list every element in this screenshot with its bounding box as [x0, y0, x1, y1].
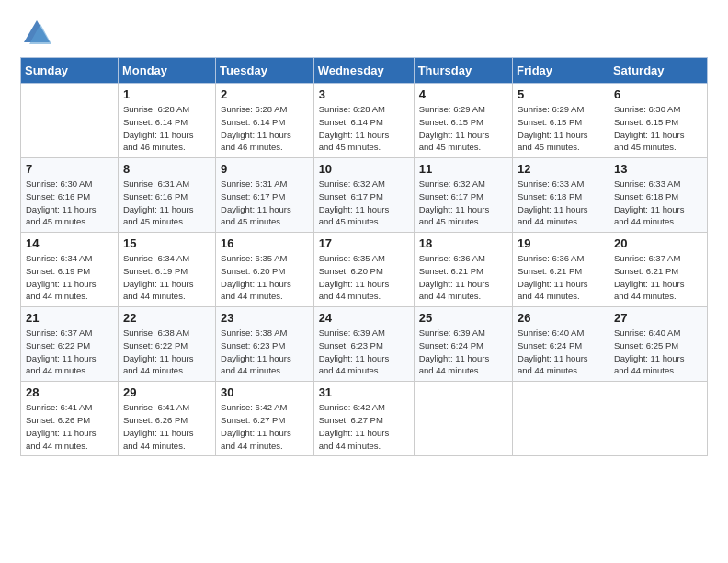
- calendar-cell: 10Sunrise: 6:32 AM Sunset: 6:17 PM Dayli…: [313, 158, 414, 233]
- day-info: Sunrise: 6:34 AM Sunset: 6:19 PM Dayligh…: [123, 252, 210, 303]
- weekday-header-saturday: Saturday: [609, 58, 707, 84]
- day-number: 17: [319, 236, 409, 250]
- day-info: Sunrise: 6:42 AM Sunset: 6:27 PM Dayligh…: [319, 401, 409, 452]
- week-row-4: 21Sunrise: 6:37 AM Sunset: 6:22 PM Dayli…: [21, 307, 708, 382]
- logo: [20, 17, 55, 50]
- calendar-cell: 20Sunrise: 6:37 AM Sunset: 6:21 PM Dayli…: [609, 233, 707, 307]
- day-info: Sunrise: 6:30 AM Sunset: 6:16 PM Dayligh…: [26, 178, 113, 228]
- calendar-cell: 12Sunrise: 6:33 AM Sunset: 6:18 PM Dayli…: [513, 158, 609, 233]
- page: SundayMondayTuesdayWednesdayThursdayFrid…: [0, 0, 728, 563]
- day-number: 19: [518, 236, 604, 250]
- day-number: 11: [419, 162, 507, 176]
- day-info: Sunrise: 6:39 AM Sunset: 6:23 PM Dayligh…: [319, 327, 409, 377]
- day-number: 30: [221, 385, 309, 399]
- weekday-header-friday: Friday: [513, 58, 609, 84]
- calendar-cell: 16Sunrise: 6:35 AM Sunset: 6:20 PM Dayli…: [216, 233, 314, 307]
- day-info: Sunrise: 6:31 AM Sunset: 6:16 PM Dayligh…: [123, 178, 210, 228]
- week-row-3: 14Sunrise: 6:34 AM Sunset: 6:19 PM Dayli…: [21, 233, 708, 307]
- calendar-cell: 27Sunrise: 6:40 AM Sunset: 6:25 PM Dayli…: [609, 307, 707, 382]
- day-number: 15: [123, 236, 210, 250]
- calendar-cell: 6Sunrise: 6:30 AM Sunset: 6:15 PM Daylig…: [609, 84, 707, 158]
- day-info: Sunrise: 6:28 AM Sunset: 6:14 PM Dayligh…: [221, 103, 309, 154]
- day-number: 20: [614, 236, 702, 250]
- day-number: 7: [26, 162, 113, 176]
- day-number: 6: [614, 87, 702, 101]
- calendar-cell: 23Sunrise: 6:38 AM Sunset: 6:23 PM Dayli…: [216, 307, 314, 382]
- weekday-header-wednesday: Wednesday: [313, 58, 414, 84]
- day-info: Sunrise: 6:31 AM Sunset: 6:17 PM Dayligh…: [221, 178, 309, 228]
- calendar-cell: 2Sunrise: 6:28 AM Sunset: 6:14 PM Daylig…: [216, 84, 314, 158]
- day-info: Sunrise: 6:40 AM Sunset: 6:25 PM Dayligh…: [614, 327, 702, 377]
- calendar-cell: 28Sunrise: 6:41 AM Sunset: 6:26 PM Dayli…: [21, 382, 119, 456]
- day-info: Sunrise: 6:42 AM Sunset: 6:27 PM Dayligh…: [221, 401, 309, 452]
- day-info: Sunrise: 6:28 AM Sunset: 6:14 PM Dayligh…: [319, 103, 409, 154]
- day-number: 21: [26, 311, 113, 325]
- day-number: 29: [123, 385, 210, 399]
- day-number: 12: [518, 162, 604, 176]
- day-info: Sunrise: 6:32 AM Sunset: 6:17 PM Dayligh…: [419, 178, 507, 228]
- weekday-header-thursday: Thursday: [414, 58, 512, 84]
- day-info: Sunrise: 6:39 AM Sunset: 6:24 PM Dayligh…: [419, 327, 507, 377]
- calendar-cell: 21Sunrise: 6:37 AM Sunset: 6:22 PM Dayli…: [21, 307, 119, 382]
- week-row-1: 1Sunrise: 6:28 AM Sunset: 6:14 PM Daylig…: [21, 84, 708, 158]
- day-info: Sunrise: 6:35 AM Sunset: 6:20 PM Dayligh…: [319, 252, 409, 303]
- day-number: 26: [518, 311, 604, 325]
- day-number: 2: [221, 87, 309, 101]
- weekday-header-tuesday: Tuesday: [216, 58, 314, 84]
- calendar-cell: 7Sunrise: 6:30 AM Sunset: 6:16 PM Daylig…: [21, 158, 119, 233]
- calendar-cell: 17Sunrise: 6:35 AM Sunset: 6:20 PM Dayli…: [313, 233, 414, 307]
- day-info: Sunrise: 6:35 AM Sunset: 6:20 PM Dayligh…: [221, 252, 309, 303]
- calendar-cell: 19Sunrise: 6:36 AM Sunset: 6:21 PM Dayli…: [513, 233, 609, 307]
- weekday-header-sunday: Sunday: [21, 58, 119, 84]
- day-number: 14: [26, 236, 113, 250]
- calendar-cell: 5Sunrise: 6:29 AM Sunset: 6:15 PM Daylig…: [513, 84, 609, 158]
- day-number: 25: [419, 311, 507, 325]
- day-number: 22: [123, 311, 210, 325]
- header: [20, 17, 708, 50]
- calendar-cell: 29Sunrise: 6:41 AM Sunset: 6:26 PM Dayli…: [118, 382, 215, 456]
- calendar-cell: 13Sunrise: 6:33 AM Sunset: 6:18 PM Dayli…: [609, 158, 707, 233]
- calendar-cell: [609, 382, 707, 456]
- day-number: 9: [221, 162, 309, 176]
- calendar-cell: 3Sunrise: 6:28 AM Sunset: 6:14 PM Daylig…: [313, 84, 414, 158]
- logo-icon: [20, 17, 53, 50]
- calendar-cell: 4Sunrise: 6:29 AM Sunset: 6:15 PM Daylig…: [414, 84, 512, 158]
- week-row-2: 7Sunrise: 6:30 AM Sunset: 6:16 PM Daylig…: [21, 158, 708, 233]
- calendar-cell: [414, 382, 512, 456]
- day-number: 1: [123, 87, 210, 101]
- day-info: Sunrise: 6:30 AM Sunset: 6:15 PM Dayligh…: [614, 103, 702, 154]
- calendar-cell: 22Sunrise: 6:38 AM Sunset: 6:22 PM Dayli…: [118, 307, 215, 382]
- day-number: 31: [319, 385, 409, 399]
- calendar-cell: [513, 382, 609, 456]
- calendar-cell: 25Sunrise: 6:39 AM Sunset: 6:24 PM Dayli…: [414, 307, 512, 382]
- day-info: Sunrise: 6:29 AM Sunset: 6:15 PM Dayligh…: [419, 103, 507, 154]
- weekday-header-monday: Monday: [118, 58, 215, 84]
- day-info: Sunrise: 6:41 AM Sunset: 6:26 PM Dayligh…: [123, 401, 210, 452]
- day-number: 24: [319, 311, 409, 325]
- day-info: Sunrise: 6:33 AM Sunset: 6:18 PM Dayligh…: [518, 178, 604, 228]
- day-info: Sunrise: 6:33 AM Sunset: 6:18 PM Dayligh…: [614, 178, 702, 228]
- calendar-cell: 9Sunrise: 6:31 AM Sunset: 6:17 PM Daylig…: [216, 158, 314, 233]
- day-info: Sunrise: 6:32 AM Sunset: 6:17 PM Dayligh…: [319, 178, 409, 228]
- day-number: 10: [319, 162, 409, 176]
- week-row-5: 28Sunrise: 6:41 AM Sunset: 6:26 PM Dayli…: [21, 382, 708, 456]
- day-number: 28: [26, 385, 113, 399]
- weekday-header-row: SundayMondayTuesdayWednesdayThursdayFrid…: [21, 58, 708, 84]
- calendar-cell: 8Sunrise: 6:31 AM Sunset: 6:16 PM Daylig…: [118, 158, 215, 233]
- day-info: Sunrise: 6:36 AM Sunset: 6:21 PM Dayligh…: [419, 252, 507, 303]
- day-number: 23: [221, 311, 309, 325]
- calendar-cell: 18Sunrise: 6:36 AM Sunset: 6:21 PM Dayli…: [414, 233, 512, 307]
- day-number: 13: [614, 162, 702, 176]
- calendar-cell: 24Sunrise: 6:39 AM Sunset: 6:23 PM Dayli…: [313, 307, 414, 382]
- day-info: Sunrise: 6:37 AM Sunset: 6:22 PM Dayligh…: [26, 327, 113, 377]
- day-info: Sunrise: 6:28 AM Sunset: 6:14 PM Dayligh…: [123, 103, 210, 154]
- day-info: Sunrise: 6:37 AM Sunset: 6:21 PM Dayligh…: [614, 252, 702, 303]
- day-info: Sunrise: 6:41 AM Sunset: 6:26 PM Dayligh…: [26, 401, 113, 452]
- day-info: Sunrise: 6:34 AM Sunset: 6:19 PM Dayligh…: [26, 252, 113, 303]
- day-info: Sunrise: 6:38 AM Sunset: 6:23 PM Dayligh…: [221, 327, 309, 377]
- day-info: Sunrise: 6:40 AM Sunset: 6:24 PM Dayligh…: [518, 327, 604, 377]
- day-number: 4: [419, 87, 507, 101]
- calendar-cell: 15Sunrise: 6:34 AM Sunset: 6:19 PM Dayli…: [118, 233, 215, 307]
- calendar-cell: 1Sunrise: 6:28 AM Sunset: 6:14 PM Daylig…: [118, 84, 215, 158]
- day-number: 18: [419, 236, 507, 250]
